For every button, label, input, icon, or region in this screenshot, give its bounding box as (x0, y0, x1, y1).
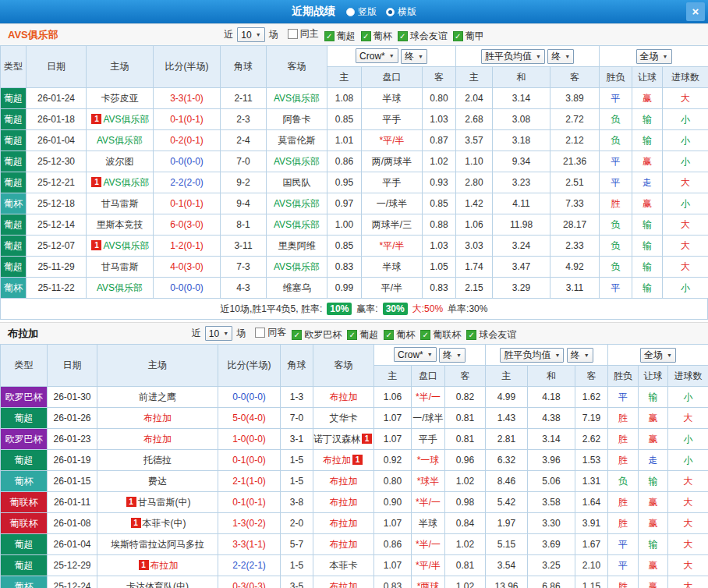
away-team-name[interactable]: 诺丁汉森林 (313, 434, 360, 445)
away-team-name[interactable]: 维塞乌 (283, 282, 311, 293)
avg-away: 4.92 (550, 257, 600, 278)
home-team-name[interactable]: 波尔图 (106, 156, 134, 167)
avg-stage-select[interactable]: 终▼ (567, 348, 593, 363)
away-team-name[interactable]: 艾华卡 (330, 413, 358, 423)
avg-away: 2.62 (575, 429, 608, 450)
home-team-name[interactable]: 甘马雷斯 (101, 198, 139, 209)
odds-home: 1.07 (374, 408, 412, 429)
avg-home: 1.10 (456, 151, 493, 172)
home-team-name[interactable]: 里斯本竞技 (97, 219, 143, 230)
section-braga: 布拉加 近 10▼ 场 同客✓欧罗巴杯✓葡超✓葡杯✓葡联杯✓球会友谊 类型 日期… (0, 322, 708, 588)
avg-home: 5.42 (486, 492, 528, 513)
match-row: 葡杯25-11-22AVS俱乐部0-0(0-0)4-3维塞乌0.99平/半0.8… (1, 278, 708, 299)
home-team-name[interactable]: AVS俱乐部 (103, 177, 149, 188)
filter-checkbox[interactable]: ✓葡超 (324, 30, 356, 43)
home-team-name[interactable]: AVS俱乐部 (103, 114, 149, 125)
filter-checkbox[interactable]: 同主 (288, 27, 319, 41)
away-team-name[interactable]: 布拉加 (330, 391, 358, 402)
away-team-name[interactable]: AVS俱乐部 (274, 156, 320, 167)
scope-select[interactable]: 全场▼ (640, 348, 676, 363)
home-team-name[interactable]: 布拉加 (143, 434, 172, 445)
odds-company-select[interactable]: Crow*▼ (356, 48, 398, 63)
home-team-name[interactable]: 本菲卡(中) (143, 518, 186, 529)
match-count-select[interactable]: 10▼ (205, 326, 232, 341)
filters-bar: 近 10▼ 场 同客✓欧罗巴杯✓葡超✓葡杯✓葡联杯✓球会友谊 (0, 326, 708, 342)
away-team-cell: 布拉加 (313, 492, 374, 513)
home-team-name[interactable]: 布拉加 (150, 560, 179, 571)
filter-checkbox[interactable]: ✓葡超 (347, 328, 378, 342)
avg-group-header: 胜平负均值▼ 终▼ (456, 46, 600, 67)
away-team-name[interactable]: 本菲卡 (330, 560, 358, 571)
odds-handicap: *球半 (412, 471, 445, 492)
away-team-name[interactable]: 布拉加 (330, 539, 358, 550)
away-team-name[interactable]: AVS俱乐部 (274, 219, 320, 230)
avg-stage-select[interactable]: 终▼ (547, 49, 574, 64)
match-row: 欧罗巴杯26-01-30前进之鹰0-0(0-0)1-3布拉加1.06*半/一0.… (1, 387, 708, 408)
home-team-name[interactable]: 甘马雷斯(中) (138, 497, 191, 508)
home-team-name[interactable]: 卡达体育队(中) (126, 581, 189, 588)
match-score: 1-3(0-2) (218, 513, 281, 534)
match-count-value: 10 (241, 30, 251, 41)
match-count-select[interactable]: 10▼ (237, 27, 264, 42)
away-team-name[interactable]: 国民队 (283, 177, 311, 188)
away-team-cell: AVS俱乐部 (267, 214, 327, 236)
match-date: 25-12-30 (27, 151, 87, 172)
odds-company-select[interactable]: Crow*▼ (394, 347, 437, 362)
close-icon[interactable]: × (686, 2, 705, 21)
match-score: 0-1(0-1) (154, 109, 221, 130)
filter-checkbox[interactable]: ✓欧罗巴杯 (292, 328, 342, 342)
home-team-name[interactable]: 托德拉 (143, 455, 172, 466)
league-type-badge: 葡超 (1, 109, 27, 130)
corner-score: 1-5 (281, 450, 313, 471)
away-team-name[interactable]: 里奥阿维 (278, 240, 316, 251)
odds-handicap: 两球半/三 (362, 214, 423, 236)
match-date: 25-12-21 (27, 172, 87, 193)
league-type-badge: 欧罗巴杯 (1, 387, 48, 408)
home-team-name[interactable]: AVS俱乐部 (97, 282, 143, 293)
away-team-name[interactable]: AVS俱乐部 (274, 93, 320, 104)
odds-stage-select[interactable]: 终▼ (401, 49, 427, 64)
home-team-name[interactable]: 甘马雷斯 (101, 261, 139, 272)
avg-odds-select[interactable]: 胜平负均值▼ (500, 348, 564, 363)
scope-select[interactable]: 全场▼ (636, 49, 672, 64)
home-team-name[interactable]: 费达 (148, 476, 167, 487)
odds-away: 0.81 (445, 429, 486, 450)
home-team-name[interactable]: AVS俱乐部 (97, 135, 143, 146)
filter-checkbox[interactable]: ✓葡甲 (453, 30, 484, 43)
home-team-cell: 1AVS俱乐部 (87, 236, 154, 257)
league-type-badge: 葡杯 (1, 278, 27, 299)
home-team-name[interactable]: 埃斯特雷拉达阿马多拉 (111, 539, 204, 550)
away-team-name[interactable]: AVS俱乐部 (274, 198, 320, 209)
col-sub-handicap: 盘口 (412, 366, 445, 387)
odds-handicap: *平/半 (362, 236, 423, 257)
home-team-name[interactable]: 布拉加 (143, 413, 172, 423)
avg-odds-select[interactable]: 胜平负均值▼ (481, 49, 545, 64)
recent-label: 近 (224, 28, 233, 41)
filter-checkbox[interactable]: ✓球会友谊 (466, 328, 516, 342)
home-team-name[interactable]: AVS俱乐部 (103, 240, 149, 251)
home-team-name[interactable]: 卡莎皮亚 (101, 93, 139, 104)
result-goals: 小 (663, 151, 708, 172)
match-row: 葡超26-01-04埃斯特雷拉达阿马多拉3-3(1-1)5-7布拉加0.86*半… (1, 534, 708, 555)
layout-radio-option[interactable]: 竖版 (346, 5, 377, 19)
odds-stage-select[interactable]: 终▼ (439, 348, 466, 363)
away-team-name[interactable]: AVS俱乐部 (274, 261, 320, 272)
away-team-name[interactable]: 莫雷伦斯 (278, 135, 316, 146)
away-team-name[interactable]: 布拉加 (330, 476, 358, 487)
away-team-name[interactable]: 阿鲁卡 (283, 114, 311, 125)
filter-checkbox[interactable]: ✓葡联杯 (420, 328, 461, 342)
filter-checkbox[interactable]: ✓葡杯 (361, 30, 392, 43)
filter-checkbox[interactable]: 同客 (255, 326, 286, 339)
away-team-name[interactable]: 布拉加 (330, 518, 358, 529)
filter-checkbox[interactable]: ✓球会友谊 (398, 30, 448, 43)
col-sub-odds-away: 客 (445, 366, 486, 387)
layout-radio-option[interactable]: 横版 (386, 5, 416, 19)
away-team-cell: AVS俱乐部 (267, 88, 327, 109)
home-team-name[interactable]: 前进之鹰 (139, 391, 176, 402)
away-team-name[interactable]: 布拉加 (330, 497, 358, 508)
away-team-name[interactable]: 布拉加 (323, 455, 351, 466)
home-team-cell: 埃斯特雷拉达阿马多拉 (97, 534, 218, 555)
result-outcome: 胜 (608, 513, 639, 534)
filter-checkbox[interactable]: ✓葡杯 (384, 328, 415, 342)
away-team-name[interactable]: 布拉加 (330, 581, 358, 588)
